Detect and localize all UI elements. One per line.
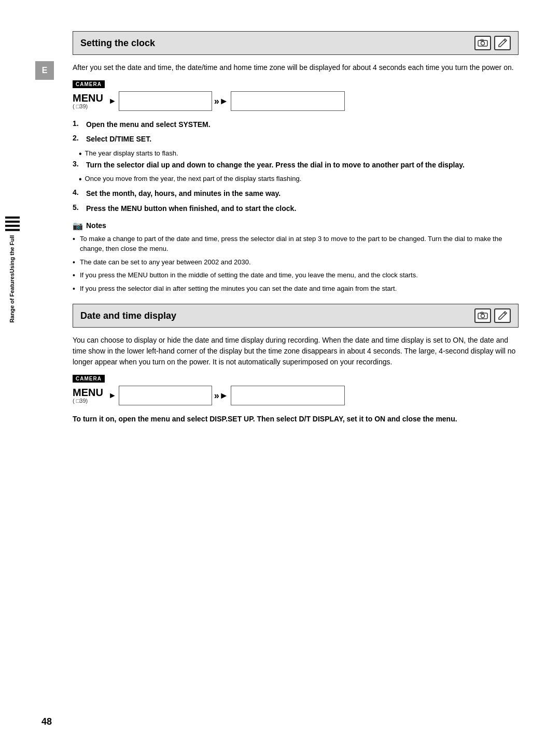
menu-diagram-2: MENU ( □39) ► »► [73,386,519,405]
section1-header: Setting the clock [73,31,519,55]
camera-icon-box [474,36,491,50]
menu-bold-1: MENU [73,93,103,103]
e-label: E [42,66,48,75]
menu-box-1 [119,91,212,111]
section1-body: After you set the date and time, the dat… [73,62,519,73]
sidebar-line [5,225,20,227]
notes-list: To make a change to part of the date and… [73,234,519,294]
menu-box-wide-2 [231,386,345,405]
note-3: If you press the MENU button in the midd… [73,270,519,280]
step-2-bullet-text: The year display starts to flash. [85,149,178,159]
sidebar-text-line1: Using the Full [9,235,16,273]
step-num-4: 4. [73,188,82,196]
menu-label-block-2: MENU ( □39) [73,387,103,404]
arrow-1: ► [108,96,117,106]
step-5: 5. Press the MENU button when finished, … [73,203,519,214]
menu-diagram-1: MENU ( □39) ► »► [73,91,519,111]
step-num-3: 3. [73,160,82,168]
sidebar-line [5,229,20,231]
step-num-2: 2. [73,134,82,142]
arrow-2: ► [108,391,117,400]
notes-section: 📷 Notes To make a change to part of the … [73,221,519,294]
step-text-4: Set the month, day, hours, and minutes i… [86,188,281,199]
section2-icons [474,308,511,323]
step-2-wrapper: 2. Select D/TIME SET. • The year display… [73,134,519,158]
sidebar-line [5,217,20,219]
section2-header: Date and time display [73,304,519,328]
svg-point-1 [481,41,485,45]
pencil-icon [497,38,508,48]
menu-box-wide-1 [231,91,345,111]
note-4: If you press the selector dial in after … [73,284,519,294]
step-3-wrapper: 3. Turn the selector dial up and down to… [73,160,519,184]
menu-label-block-1: MENU ( □39) [73,93,103,109]
bottom-bold-text: To turn it on, open the menu and select … [73,414,519,425]
e-box: E [35,61,54,80]
step-num-5: 5. [73,203,82,211]
section2-title: Date and time display [80,311,176,321]
camera-badge-1: CAMERA [73,80,105,88]
step-text-3: Turn the selector dial up and down to ch… [86,160,465,170]
menu-bold-2: MENU [73,387,103,398]
content-area: Setting the clock After you set [73,31,519,425]
step-2-bullet: • The year display starts to flash. [79,149,519,159]
step-num-1: 1. [73,119,82,128]
notes-icon: 📷 [73,221,83,231]
section1-icons [474,36,511,50]
section1-title: Setting the clock [80,38,155,49]
double-arrow-2: »► [214,390,229,401]
sidebar-text-line2: Range of Features [9,273,16,322]
section2-body: You can choose to display or hide the da… [73,335,519,368]
pencil-icon-box-2 [494,308,511,323]
menu-sub-2: ( □39) [73,398,103,404]
page-number: 48 [41,716,52,727]
step-text-5: Press the MENU button when finished, and… [86,203,296,214]
step-text-1: Open the menu and select SYSTEM. [86,119,211,130]
pencil-icon-box [494,36,511,50]
sidebar: Using the Full Range of Features [0,217,25,323]
step-text-2: Select D/TIME SET. [86,134,151,144]
step-3: 3. Turn the selector dial up and down to… [73,160,519,170]
camera-icon-box-2 [474,308,491,323]
camera-icon [478,39,488,47]
double-arrow-1: »► [214,96,229,107]
sidebar-lines [5,217,20,231]
page-container: E Using the Full Range of Features Setti… [0,0,560,748]
menu-sub-1: ( □39) [73,103,103,109]
note-1: To make a change to part of the date and… [73,234,519,254]
notes-header: 📷 Notes [73,221,519,231]
steps-list: 1. Open the menu and select SYSTEM. 2. S… [73,119,519,214]
sidebar-text-wrapper: Using the Full Range of Features [9,235,16,323]
step-3-bullet-text: Once you move from the year, the next pa… [85,174,302,184]
menu-box-2 [119,386,212,405]
notes-title: Notes [86,221,106,230]
step-1: 1. Open the menu and select SYSTEM. [73,119,519,130]
step-2: 2. Select D/TIME SET. [73,134,519,144]
pencil-icon-2 [497,311,508,321]
camera-menu-block2: CAMERA MENU ( □39) ► »► [73,374,519,405]
camera-badge-2: CAMERA [73,375,105,383]
step-3-bullet: • Once you move from the year, the next … [79,174,519,184]
section2: Date and time display [73,304,519,425]
svg-point-4 [481,314,485,318]
sidebar-line [5,221,20,223]
note-2: The date can be set to any year between … [73,257,519,267]
camera-icon-2 [478,312,488,320]
camera-menu-block1: CAMERA MENU ( □39) ► »► [73,79,519,111]
step-4: 4. Set the month, day, hours, and minute… [73,188,519,199]
